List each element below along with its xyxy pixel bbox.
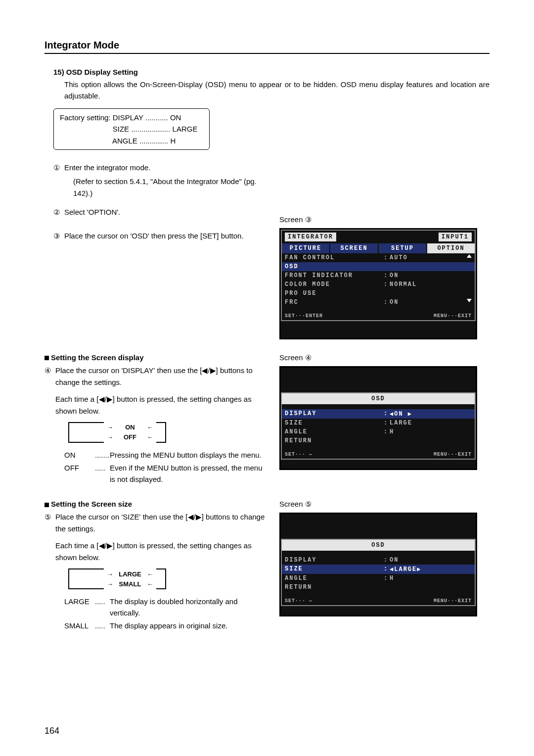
osd4-row-2-k: ANGLE (285, 428, 384, 435)
osd-screen-3: INTEGRATORINPUT1 PICTURE SCREEN SETUP OP… (279, 228, 477, 339)
osd4-row-2-v: H (390, 428, 472, 435)
factory-line-1-k: SIZE (113, 125, 129, 133)
step-4a: Place the cursor on 'DISPLAY' then use t… (55, 365, 269, 388)
osd3-row-3-k: COLOR MODE (285, 281, 384, 288)
desc-on-d: Pressing the MENU button displays the me… (110, 450, 269, 461)
osd3-tabs: PICTURE SCREEN SETUP OPTION (282, 243, 475, 253)
up-arrow-icon (467, 254, 472, 258)
block-display-title-row: Setting the Screen display (44, 353, 269, 362)
osd3-title-right: INPUT1 (439, 233, 472, 241)
display-desc-list: ON.......Pressing the MENU button displa… (44, 450, 269, 485)
osd3-tab-0: PICTURE (282, 243, 330, 253)
osd4-row-1-v: LARGE (390, 420, 472, 426)
osd3-foot-right: MENU···EXIT (434, 313, 472, 319)
osd5-row-3-k: RETURN (285, 584, 384, 591)
step-1-text: Enter the integrator mode. (64, 162, 150, 174)
factory-line-0-v: ON (168, 113, 181, 122)
step-1-num: ① (53, 162, 64, 174)
osd3-title-left: INTEGRATOR (285, 233, 336, 241)
osd5-row-0-v: ON (390, 557, 472, 564)
step-2-num: ② (53, 206, 64, 218)
factory-line-2-v: H (168, 137, 176, 145)
step-2-text: Select 'OPTION'. (64, 206, 120, 218)
step-5a: Place the cursor on 'SIZE' then use the … (55, 511, 269, 535)
toggle-on: ON (116, 424, 144, 431)
osd5-row-2-v: H (390, 575, 472, 582)
down-arrow-icon (467, 299, 472, 302)
osd4-row-0-k: DISPLAY (285, 410, 384, 418)
factory-line-0-k: DISPLAY (113, 113, 143, 122)
size-desc-list: LARGE.....The display is doubled horizon… (44, 596, 269, 632)
factory-line-2-k: ANGLE (112, 137, 137, 145)
osd4-foot-left: SET··· — (285, 452, 312, 457)
osd4-foot-right: MENU···EXIT (434, 452, 472, 457)
osd4-row-3-k: RETURN (285, 437, 384, 444)
page-number: 164 (44, 726, 59, 736)
osd3-row-0-v: AUTO (390, 254, 467, 261)
osd5-foot-right: MENU···EXIT (434, 598, 472, 604)
toggle-off: OFF (116, 433, 144, 441)
intro-paragraph: This option allows the On-Screen-Display… (44, 79, 490, 101)
osd4-row-0-v: ◀ON ▶ (390, 410, 472, 418)
osd3-foot-left: SET···ENTER (285, 313, 323, 319)
block-size-title-row: Setting the Screen size (44, 500, 269, 508)
osd5-title: OSD (282, 540, 475, 551)
desc-large-t: LARGE (64, 596, 95, 618)
desc-large-d: The display is doubled horizontally and … (110, 596, 269, 618)
osd5-foot-left: SET··· — (285, 598, 312, 604)
step-3-text: Place the cursor on 'OSD' then press the… (64, 230, 244, 242)
screen-3-label: Screen ③ (279, 215, 490, 224)
osd3-row-4-k: PRO USE (285, 290, 384, 297)
desc-small-t: SMALL (64, 620, 95, 632)
factory-line-1-dots: ................... (129, 125, 170, 133)
osd3-row-1-k: OSD (285, 263, 384, 270)
step-4b: Each time a [◀/▶] button is pressed, the… (44, 393, 269, 417)
toggle-large: LARGE (116, 570, 144, 578)
osd3-row-5-v: ON (390, 299, 467, 306)
osd5-row-1-v: ◀LARGE▶ (390, 566, 472, 573)
osd-screen-4: OSD DISPLAY:◀ON ▶ SIZE:LARGE ANGLE:H RET… (279, 366, 477, 470)
step-list: ①Enter the integrator mode. (Refer to se… (44, 162, 269, 242)
toggle-small: SMALL (116, 580, 144, 588)
osd3-tab-1: SCREEN (330, 243, 379, 253)
osd4-row-1-k: SIZE (285, 420, 384, 426)
step-4-num: ④ (44, 365, 55, 388)
osd5-row-2-k: ANGLE (285, 575, 384, 582)
toggle-diagram-size: →LARGE← →SMALL← (68, 568, 269, 589)
step-3-num: ③ (53, 230, 64, 242)
osd3-row-5-k: FRC (285, 299, 384, 306)
square-bullet-icon (44, 503, 49, 507)
osd5-row-0-k: DISPLAY (285, 557, 384, 564)
osd3-row-2-k: FRONT INDICATOR (285, 272, 384, 279)
setting-heading: 15) OSD Display Setting (44, 68, 490, 76)
factory-setting-box: Factory setting: DISPLAY ........... ON … (53, 108, 210, 150)
desc-on-t: ON (64, 450, 95, 461)
square-bullet-icon (44, 356, 49, 360)
osd3-row-0-k: FAN CONTROL (285, 254, 384, 261)
block-size-title: Setting the Screen size (51, 500, 132, 508)
screen-4-label: Screen ④ (279, 353, 490, 362)
factory-line-2-dots: .............. (137, 137, 169, 145)
desc-off-d: Even if the MENU button is pressed, the … (110, 463, 269, 485)
osd5-row-1-k: SIZE (285, 566, 384, 573)
step-5b: Each time a [◀/▶] button is pressed, the… (44, 540, 269, 564)
osd3-row-3-v: NORMAL (390, 281, 472, 288)
factory-lead: Factory setting: (60, 113, 111, 122)
factory-line-1-v: LARGE (170, 125, 197, 133)
step-1-ref: (Refer to section 5.4.1, "About the Inte… (53, 176, 269, 199)
desc-small-d: The display appears in original size. (110, 620, 269, 632)
factory-line-0-dots: ........... (143, 113, 168, 122)
osd3-tab-2: SETUP (379, 243, 427, 253)
manual-page: Integrator Mode 15) OSD Display Setting … (0, 0, 534, 756)
osd4-title: OSD (282, 393, 475, 404)
desc-off-t: OFF (64, 463, 95, 485)
toggle-diagram-display: →ON← →OFF← (68, 422, 269, 443)
osd3-row-2-v: ON (390, 272, 472, 279)
block-display-title: Setting the Screen display (51, 353, 144, 362)
osd-screen-5: OSD DISPLAY:ON SIZE:◀LARGE▶ ANGLE:H RETU… (279, 513, 477, 616)
osd3-tab-3: OPTION (427, 243, 475, 253)
section-title: Integrator Mode (44, 40, 490, 54)
screen-5-label: Screen ⑤ (279, 500, 490, 509)
step-5-num: ⑤ (44, 511, 55, 535)
